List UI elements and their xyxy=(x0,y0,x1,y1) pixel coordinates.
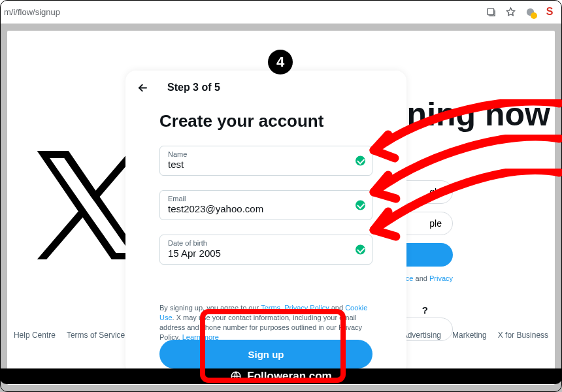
valid-check-icon xyxy=(355,245,365,255)
valid-check-icon xyxy=(355,156,365,166)
annotation-step-badge: 4 xyxy=(268,50,293,74)
dob-field[interactable]: Date of birth 15 Apr 2005 xyxy=(159,235,372,265)
privacy-link[interactable]: Privacy Policy xyxy=(284,304,329,312)
google-suffix: gle xyxy=(429,187,442,197)
bookmark-star-icon[interactable] xyxy=(504,6,516,18)
name-value: test xyxy=(168,159,364,170)
footer-link[interactable]: X for Business xyxy=(498,331,548,340)
footer-link[interactable]: Terms of Service xyxy=(67,331,125,340)
email-field[interactable]: Email test2023@yahoo.com xyxy=(159,190,372,220)
name-label: Name xyxy=(168,150,364,158)
name-field[interactable]: Name test xyxy=(159,146,372,176)
svg-point-1 xyxy=(526,8,533,15)
valid-check-icon xyxy=(355,201,365,210)
dob-value: 15 Apr 2005 xyxy=(168,248,364,259)
modal-title: Create your account xyxy=(159,111,372,131)
email-value: test2023@yahoo.com xyxy=(168,203,364,214)
profile-badge[interactable]: S xyxy=(544,6,555,18)
url-fragment: m/i/flow/signup xyxy=(4,7,60,17)
watermark: Followeran.com xyxy=(0,368,562,384)
back-button[interactable] xyxy=(135,80,150,95)
signup-disclaimer: By signing up, you agree to our Terms, P… xyxy=(159,303,372,342)
browser-toolbar: m/i/flow/signup S xyxy=(0,0,562,24)
already-account-suffix: ? xyxy=(422,304,428,316)
signup-button[interactable]: Sign up xyxy=(159,340,372,368)
apple-suffix: ple xyxy=(429,218,442,229)
email-label: Email xyxy=(168,195,364,203)
extension-icon[interactable] xyxy=(524,6,536,18)
install-app-icon[interactable] xyxy=(485,6,497,18)
terms-link[interactable]: Terms xyxy=(261,304,280,312)
footer-link[interactable]: Advertising xyxy=(403,331,441,340)
globe-icon xyxy=(230,370,242,382)
hero-headline-fragment: ening now xyxy=(389,95,550,133)
svg-rect-0 xyxy=(487,8,493,14)
step-indicator: Step 3 of 5 xyxy=(167,82,220,93)
footer-link[interactable]: Help Centre xyxy=(14,331,56,340)
dob-label: Date of birth xyxy=(168,239,364,247)
signup-modal: Step 3 of 5 Create your account Name tes… xyxy=(125,71,406,375)
footer-link[interactable]: Marketing xyxy=(452,331,487,340)
